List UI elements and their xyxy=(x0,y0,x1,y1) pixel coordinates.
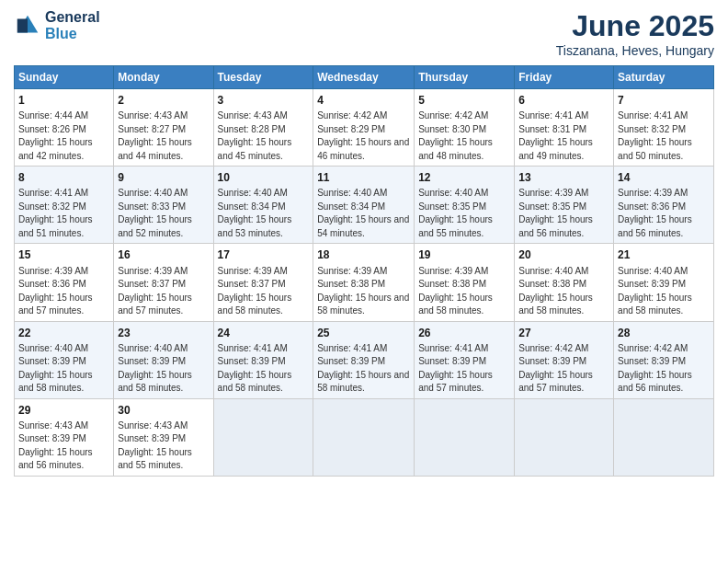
day-number: 15 xyxy=(18,247,109,262)
day-number: 1 xyxy=(18,93,109,108)
logo: General Blue xyxy=(14,9,100,41)
sunrise-text: Sunrise: 4:40 AM xyxy=(317,188,387,198)
sunset-text: Sunset: 8:34 PM xyxy=(218,201,286,212)
day-number: 26 xyxy=(418,326,510,340)
sunset-text: Sunset: 8:38 PM xyxy=(418,279,486,289)
day-cell: 22 Sunrise: 4:40 AM Sunset: 8:39 PM Dayl… xyxy=(15,321,114,398)
day-cell: 27 Sunrise: 4:42 AM Sunset: 8:39 PM Dayl… xyxy=(515,321,614,398)
col-saturday: Saturday xyxy=(614,66,714,89)
day-cell: 16 Sunrise: 4:39 AM Sunset: 8:37 PM Dayl… xyxy=(114,244,213,321)
day-number: 12 xyxy=(418,170,510,185)
day-number: 3 xyxy=(218,93,310,108)
day-cell: 23 Sunrise: 4:40 AM Sunset: 8:39 PM Dayl… xyxy=(114,321,213,398)
day-cell: 24 Sunrise: 4:41 AM Sunset: 8:39 PM Dayl… xyxy=(213,321,313,398)
day-number: 22 xyxy=(18,326,109,340)
page-container: General Blue June 2025 Tiszanana, Heves,… xyxy=(0,0,728,486)
daylight-text: Daylight: 15 hours and 57 minutes. xyxy=(418,370,493,394)
sunset-text: Sunset: 8:28 PM xyxy=(218,124,286,134)
sunset-text: Sunset: 8:34 PM xyxy=(317,201,385,212)
daylight-text: Daylight: 15 hours and 58 minutes. xyxy=(317,370,409,394)
daylight-text: Daylight: 15 hours and 58 minutes. xyxy=(317,293,409,316)
sunset-text: Sunset: 8:38 PM xyxy=(518,279,586,289)
daylight-text: Daylight: 15 hours and 56 minutes. xyxy=(618,370,692,394)
sunset-text: Sunset: 8:37 PM xyxy=(118,279,186,289)
week-row-2: 8 Sunrise: 4:41 AM Sunset: 8:32 PM Dayli… xyxy=(15,167,714,244)
col-tuesday: Tuesday xyxy=(213,66,313,89)
sunrise-text: Sunrise: 4:39 AM xyxy=(518,188,588,198)
sunset-text: Sunset: 8:39 PM xyxy=(118,433,186,443)
sunset-text: Sunset: 8:27 PM xyxy=(118,124,186,134)
day-cell: 10 Sunrise: 4:40 AM Sunset: 8:34 PM Dayl… xyxy=(213,167,313,244)
day-cell: 6 Sunrise: 4:41 AM Sunset: 8:31 PM Dayli… xyxy=(515,89,614,167)
col-wednesday: Wednesday xyxy=(313,66,415,89)
day-number: 30 xyxy=(118,403,209,418)
sunset-text: Sunset: 8:33 PM xyxy=(118,201,186,212)
daylight-text: Daylight: 15 hours and 55 minutes. xyxy=(118,447,192,471)
sunset-text: Sunset: 8:39 PM xyxy=(118,356,186,366)
sunset-text: Sunset: 8:39 PM xyxy=(618,356,686,366)
sunrise-text: Sunrise: 4:40 AM xyxy=(518,266,588,276)
daylight-text: Daylight: 15 hours and 58 minutes. xyxy=(118,370,192,394)
sunset-text: Sunset: 8:31 PM xyxy=(518,124,586,134)
day-cell: 26 Sunrise: 4:41 AM Sunset: 8:39 PM Dayl… xyxy=(415,321,515,398)
daylight-text: Daylight: 15 hours and 42 minutes. xyxy=(18,137,93,161)
sunrise-text: Sunrise: 4:42 AM xyxy=(418,110,488,121)
day-cell xyxy=(415,398,515,476)
col-friday: Friday xyxy=(515,66,614,89)
day-cell xyxy=(614,398,714,476)
sunset-text: Sunset: 8:39 PM xyxy=(218,356,286,366)
sunset-text: Sunset: 8:39 PM xyxy=(618,279,686,289)
sunset-text: Sunset: 8:35 PM xyxy=(418,201,486,212)
daylight-text: Daylight: 15 hours and 44 minutes. xyxy=(118,137,192,161)
sunset-text: Sunset: 8:36 PM xyxy=(618,201,686,212)
day-cell: 7 Sunrise: 4:41 AM Sunset: 8:32 PM Dayli… xyxy=(614,89,714,167)
day-number: 10 xyxy=(218,170,310,185)
day-cell: 28 Sunrise: 4:42 AM Sunset: 8:39 PM Dayl… xyxy=(614,321,714,398)
daylight-text: Daylight: 15 hours and 58 minutes. xyxy=(618,293,692,316)
sunrise-text: Sunrise: 4:42 AM xyxy=(618,343,688,353)
sunrise-text: Sunrise: 4:44 AM xyxy=(18,110,88,121)
sunrise-text: Sunrise: 4:39 AM xyxy=(218,266,288,276)
sunset-text: Sunset: 8:30 PM xyxy=(418,124,486,134)
daylight-text: Daylight: 15 hours and 57 minutes. xyxy=(518,370,593,394)
sunrise-text: Sunrise: 4:43 AM xyxy=(18,420,88,431)
day-number: 4 xyxy=(317,93,410,108)
day-number: 19 xyxy=(418,247,510,262)
daylight-text: Daylight: 15 hours and 56 minutes. xyxy=(618,214,692,238)
day-cell xyxy=(515,398,614,476)
calendar-body: 1 Sunrise: 4:44 AM Sunset: 8:26 PM Dayli… xyxy=(15,89,714,477)
sunrise-text: Sunrise: 4:41 AM xyxy=(18,188,88,198)
day-number: 29 xyxy=(18,403,109,418)
day-cell: 21 Sunrise: 4:40 AM Sunset: 8:39 PM Dayl… xyxy=(614,244,714,321)
svg-rect-1 xyxy=(17,18,28,32)
daylight-text: Daylight: 15 hours and 58 minutes. xyxy=(518,293,593,316)
day-number: 17 xyxy=(218,247,310,262)
week-row-4: 22 Sunrise: 4:40 AM Sunset: 8:39 PM Dayl… xyxy=(15,321,714,398)
logo-blue: Blue xyxy=(45,26,100,42)
daylight-text: Daylight: 15 hours and 51 minutes. xyxy=(18,214,93,238)
sunset-text: Sunset: 8:32 PM xyxy=(618,124,686,134)
day-cell: 19 Sunrise: 4:39 AM Sunset: 8:38 PM Dayl… xyxy=(415,244,515,321)
daylight-text: Daylight: 15 hours and 48 minutes. xyxy=(418,137,493,161)
day-cell xyxy=(313,398,415,476)
daylight-text: Daylight: 15 hours and 56 minutes. xyxy=(18,447,93,471)
month-title: June 2025 xyxy=(556,9,714,43)
sunset-text: Sunset: 8:39 PM xyxy=(317,356,385,366)
sunset-text: Sunset: 8:39 PM xyxy=(418,356,486,366)
day-number: 16 xyxy=(118,247,209,262)
day-cell: 12 Sunrise: 4:40 AM Sunset: 8:35 PM Dayl… xyxy=(415,167,515,244)
day-number: 7 xyxy=(618,93,710,108)
sunrise-text: Sunrise: 4:39 AM xyxy=(18,266,88,276)
day-number: 28 xyxy=(618,326,710,340)
day-cell: 11 Sunrise: 4:40 AM Sunset: 8:34 PM Dayl… xyxy=(313,167,415,244)
day-number: 24 xyxy=(218,326,310,340)
sunrise-text: Sunrise: 4:40 AM xyxy=(18,343,88,353)
day-cell: 17 Sunrise: 4:39 AM Sunset: 8:37 PM Dayl… xyxy=(213,244,313,321)
day-number: 13 xyxy=(518,170,609,185)
calendar-header: Sunday Monday Tuesday Wednesday Thursday… xyxy=(15,66,714,89)
sunrise-text: Sunrise: 4:40 AM xyxy=(618,266,688,276)
daylight-text: Daylight: 15 hours and 49 minutes. xyxy=(518,137,593,161)
daylight-text: Daylight: 15 hours and 56 minutes. xyxy=(518,214,593,238)
logo-general: General xyxy=(45,9,100,26)
day-cell: 9 Sunrise: 4:40 AM Sunset: 8:33 PM Dayli… xyxy=(114,167,213,244)
